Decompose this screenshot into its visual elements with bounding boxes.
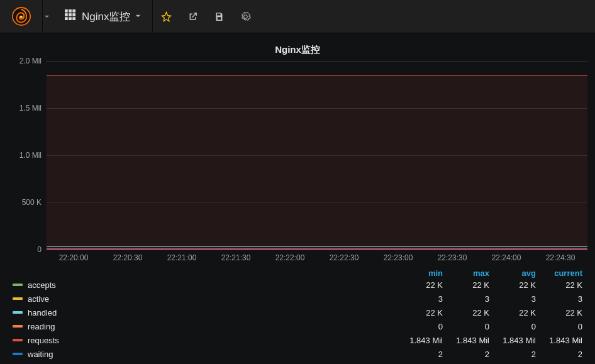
x-tick: 22:22:30 [317,253,371,262]
x-tick: 22:24:00 [479,253,533,262]
panel-title[interactable]: Nginx监控 [8,43,587,56]
grafana-logo-icon [12,7,31,26]
legend-min: 22 K [396,280,443,290]
legend-max: 1.843 Mil [443,336,489,345]
legend-swatch [13,284,23,286]
legend-current: 1.843 Mil [536,336,582,345]
legend-current: 2 [536,350,582,359]
legend-avg: 22 K [489,280,536,290]
plot-area[interactable] [47,61,587,250]
panel: Nginx监控 0500 K1.0 Mil1.5 Mil2.0 Mil 22:2… [0,33,595,364]
legend-label: handled [28,308,396,317]
x-tick: 22:23:00 [371,253,425,262]
star-button[interactable] [153,0,179,33]
top-nav: Nginx监控 [0,0,595,33]
svg-rect-7 [72,13,75,16]
legend-col-current[interactable]: current [536,268,582,278]
legend-max: 22 K [443,308,489,317]
legend-avg: 1.843 Mil [489,336,536,345]
x-tick: 22:20:00 [47,253,101,262]
legend-row[interactable]: writing1111 [8,361,582,364]
settings-button[interactable] [232,0,259,33]
legend-max: 2 [443,350,489,359]
legend-label: waiting [28,350,396,359]
dashboard-grid-icon [65,9,75,23]
legend-label: reading [28,322,396,331]
legend-header: min max avg current [8,268,582,278]
y-tick: 2.0 Mil [19,57,42,65]
legend-row[interactable]: requests1.843 Mil1.843 Mil1.843 Mil1.843… [8,333,582,347]
legend: min max avg current accepts22 K22 K22 K2… [8,268,587,364]
legend-label: active [28,294,396,304]
chevron-down-icon [135,13,141,20]
x-tick: 22:23:30 [425,253,479,262]
dashboard-picker[interactable]: Nginx监控 [53,0,153,33]
legend-avg: 3 [489,294,536,304]
x-tick: 22:22:00 [263,253,317,262]
legend-row[interactable]: accepts22 K22 K22 K22 K [8,278,582,292]
svg-rect-2 [65,9,68,13]
legend-current: 0 [536,322,582,331]
svg-point-1 [19,16,22,18]
legend-swatch [13,325,23,328]
y-axis: 0500 K1.0 Mil1.5 Mil2.0 Mil [8,61,47,250]
svg-rect-4 [72,9,75,13]
legend-min: 3 [396,294,443,304]
share-button[interactable] [179,0,206,33]
legend-min: 22 K [396,308,443,317]
legend-col-max[interactable]: max [443,268,489,278]
svg-rect-6 [69,13,72,16]
series-line [47,246,587,247]
y-tick: 1.0 Mil [19,151,42,160]
legend-row[interactable]: handled22 K22 K22 K22 K [8,306,582,319]
y-tick: 500 K [22,198,42,207]
svg-rect-8 [65,17,68,20]
series-line [47,75,587,76]
legend-swatch [13,339,23,341]
legend-swatch [13,311,23,314]
grafana-logo[interactable] [0,0,43,33]
save-button[interactable] [206,0,232,33]
x-tick: 22:24:30 [533,253,587,262]
svg-rect-10 [72,17,75,20]
svg-rect-9 [69,17,72,20]
legend-col-avg[interactable]: avg [489,268,536,278]
dashboard-name: Nginx监控 [82,9,130,24]
legend-swatch [13,297,23,300]
gridline [47,61,587,62]
legend-avg: 2 [489,350,536,359]
legend-label: requests [28,336,396,345]
legend-max: 22 K [443,280,489,290]
legend-row[interactable]: waiting2222 [8,347,582,361]
legend-min: 2 [396,350,443,359]
legend-max: 0 [443,322,489,331]
series-line [47,248,587,249]
y-tick: 1.5 Mil [19,104,42,113]
toolbar [153,0,259,33]
x-axis: 22:20:0022:20:3022:21:0022:21:3022:22:00… [47,250,587,265]
legend-row[interactable]: reading0000 [8,319,582,333]
legend-min: 0 [396,322,443,331]
svg-rect-5 [65,13,68,16]
logo-dropdown-caret[interactable] [43,12,53,21]
legend-row[interactable]: active3333 [8,292,582,306]
legend-current: 22 K [536,308,582,317]
legend-current: 3 [536,294,582,304]
svg-rect-3 [69,9,72,13]
legend-avg: 22 K [489,308,536,317]
x-tick: 22:21:00 [155,253,209,262]
chart[interactable]: 0500 K1.0 Mil1.5 Mil2.0 Mil [8,61,587,250]
x-tick: 22:21:30 [209,253,263,262]
x-tick: 22:20:30 [101,253,155,262]
legend-min: 1.843 Mil [396,336,443,345]
legend-label: accepts [28,280,396,290]
legend-swatch [13,353,23,355]
series-fill-requests [47,75,587,249]
legend-current: 22 K [536,280,582,290]
y-tick: 0 [37,245,42,254]
legend-col-min[interactable]: min [396,268,443,278]
legend-avg: 0 [489,322,536,331]
legend-max: 3 [443,294,489,304]
